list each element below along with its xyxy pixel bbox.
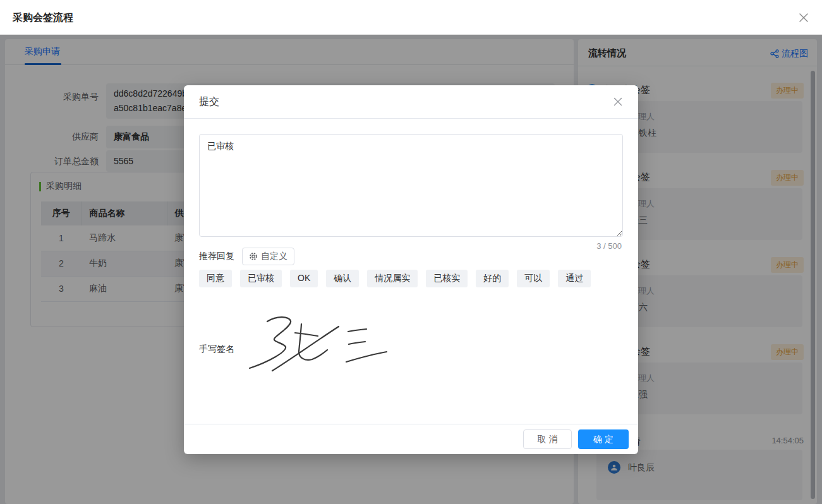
quick-reply-chip[interactable]: OK [290, 270, 318, 287]
gear-icon [249, 252, 258, 261]
dialog-close-icon[interactable] [798, 12, 809, 23]
submit-modal: 提交 已审核 3 / 500 推荐回复 自定义 同意 已审核 OK [184, 85, 638, 454]
quick-reply-chip[interactable]: 同意 [199, 270, 232, 287]
quick-reply-chip[interactable]: 确认 [326, 270, 359, 287]
quick-reply-chips: 同意 已审核 OK 确认 情况属实 已核实 好的 可以 通过 [199, 270, 591, 287]
cancel-button[interactable]: 取 消 [523, 429, 572, 449]
dialog-header: 采购会签流程 [0, 0, 822, 35]
submit-modal-footer: 取 消 确 定 [184, 424, 638, 454]
handwritten-signature[interactable] [241, 305, 405, 393]
submit-modal-header: 提交 [184, 85, 638, 119]
signature-label: 手写签名 [199, 344, 234, 355]
suggest-reply-label: 推荐回复 [199, 251, 234, 262]
quick-reply-chip[interactable]: 情况属实 [367, 270, 418, 287]
customize-button-label: 自定义 [261, 251, 287, 262]
page-title: 采购会签流程 [13, 11, 73, 25]
modal-close-icon[interactable] [613, 97, 623, 107]
comment-textarea[interactable]: 已审核 [199, 134, 623, 237]
submit-modal-title: 提交 [199, 95, 219, 109]
app-window: 采购会签流程 采购申请 采购单号 dd6c8d2d722649b2 a50c81… [0, 0, 822, 504]
quick-reply-chip[interactable]: 可以 [517, 270, 550, 287]
suggest-reply-row: 推荐回复 自定义 [199, 248, 294, 265]
quick-reply-chip[interactable]: 好的 [476, 270, 509, 287]
customize-button[interactable]: 自定义 [242, 248, 294, 265]
confirm-button[interactable]: 确 定 [578, 429, 629, 449]
quick-reply-chip[interactable]: 已核实 [426, 270, 468, 287]
char-counter: 3 / 500 [596, 241, 622, 251]
quick-reply-chip[interactable]: 已审核 [240, 270, 282, 287]
quick-reply-chip[interactable]: 通过 [558, 270, 591, 287]
